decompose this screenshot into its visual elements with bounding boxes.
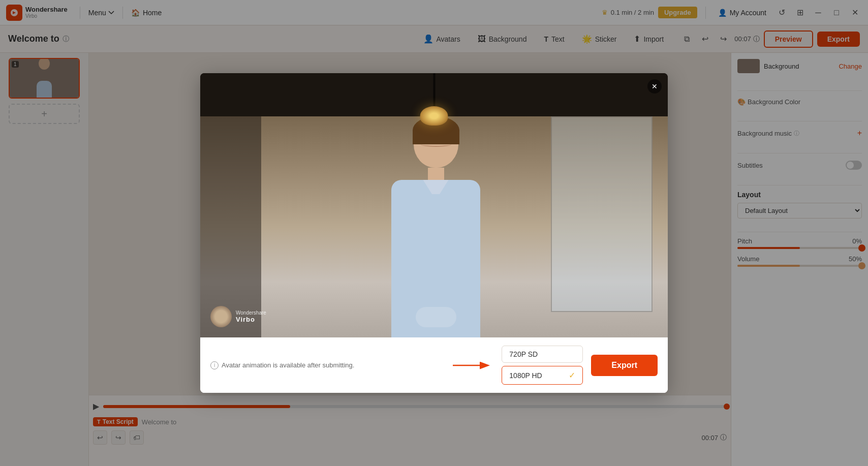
modal-avatar-hands [416, 307, 456, 327]
modal-overlay: Wondershare Virbo ✕ i Avatar animation i… [0, 0, 868, 466]
modal-watermark: Wondershare Virbo [210, 306, 266, 327]
modal-avatar-body [391, 180, 480, 337]
modal-info-text: Avatar animation is available after subm… [222, 361, 354, 369]
modal-close-button[interactable]: ✕ [647, 79, 662, 94]
resolution-720p[interactable]: 720P SD [502, 346, 583, 363]
modal-left-panel [200, 116, 261, 337]
modal-lamp [420, 73, 448, 126]
export-modal: Wondershare Virbo ✕ i Avatar animation i… [200, 73, 668, 393]
modal-avatar-head [414, 119, 458, 168]
modal-bottom: i Avatar animation is available after su… [200, 337, 668, 393]
resolution-check-icon: ✓ [569, 370, 575, 380]
modal-video-bg: Wondershare Virbo [200, 73, 668, 337]
modal-avatar-neck [428, 168, 444, 180]
resolution-section: 720P SD 1080P HD ✓ [502, 346, 583, 385]
arrow-container [453, 359, 493, 371]
modal-watermark-avatar [210, 306, 232, 327]
info-circle-icon: i [210, 361, 219, 369]
arrow-icon [453, 359, 493, 371]
modal-avatar-collar [423, 180, 449, 194]
modal-export-button[interactable]: Export [591, 355, 658, 376]
resolution-1080p[interactable]: 1080P HD ✓ [502, 366, 583, 385]
modal-lamp-shade [420, 106, 448, 126]
modal-lamp-cord [433, 73, 435, 106]
modal-avatar [391, 119, 480, 337]
modal-window [551, 116, 653, 312]
modal-video-area: Wondershare Virbo ✕ [200, 73, 668, 337]
modal-info: i Avatar animation is available after su… [210, 361, 445, 369]
modal-avatar-mouth [421, 142, 451, 147]
modal-watermark-brand: Wondershare Virbo [236, 310, 266, 323]
